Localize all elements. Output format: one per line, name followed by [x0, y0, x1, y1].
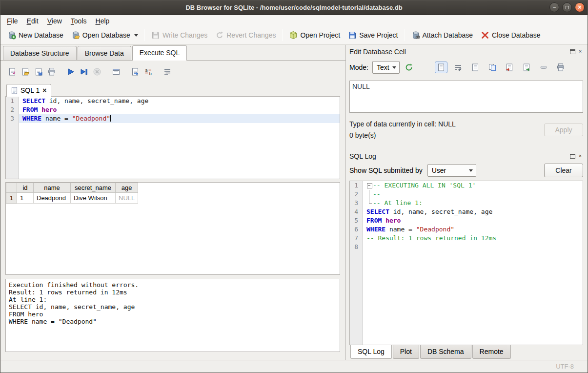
import-cell-data-icon[interactable]	[503, 62, 516, 73]
fold-collapse-icon[interactable]	[366, 181, 373, 190]
sql-log-view[interactable]: 1-- EXECUTING ALL IN 'SQL 1'2--3-- At li…	[349, 181, 583, 345]
results-column-secret_name[interactable]: secret_name	[71, 183, 116, 193]
close-database-label: Close Database	[492, 31, 541, 39]
execute-all-icon	[66, 67, 75, 76]
menu-tools[interactable]: Tools	[66, 16, 91, 26]
close-sql-log-icon[interactable]: ×	[577, 153, 583, 159]
bottom-tab-remote[interactable]: Remote	[472, 345, 511, 359]
results-cell[interactable]: 1	[17, 193, 34, 204]
save-project-icon	[348, 31, 357, 40]
tab-database-structure[interactable]: Database Structure	[3, 46, 77, 60]
encoding-label: UTF-8	[556, 363, 574, 370]
close-window-icon: ×	[578, 4, 581, 11]
menu-view[interactable]: View	[43, 16, 66, 26]
sql-editor[interactable]: 1SELECT id, name, secret_name, age2FROM …	[5, 96, 340, 179]
maximize-button[interactable]	[562, 2, 572, 12]
stop-execution-button	[90, 65, 103, 78]
cell-info: Type of data currently in cell: NULL 0 b…	[349, 120, 583, 144]
fold-guide	[366, 190, 373, 199]
apply-button: Apply	[544, 124, 583, 136]
export-sql-icon	[131, 67, 140, 76]
close-window-button[interactable]: ×	[575, 2, 585, 12]
menu-help[interactable]: Help	[91, 16, 114, 26]
open-database-button[interactable]: Open Database	[67, 29, 142, 41]
cell-editor[interactable]: NULL	[349, 81, 583, 113]
save-sql-file-button[interactable]	[32, 65, 45, 78]
bottom-tab-db-schema[interactable]: DB Schema	[420, 345, 471, 359]
import-text-button[interactable]	[403, 62, 415, 73]
open-in-external-icon[interactable]	[469, 62, 482, 73]
mode-label: Mode:	[349, 63, 368, 71]
app-window: DB Browser for SQLite - /home/user/code/…	[0, 0, 588, 373]
new-database-button[interactable]: New Database	[3, 29, 67, 41]
results-column-age[interactable]: age	[116, 183, 138, 193]
code-text: -- Result: 1 rows returned in 12ms	[363, 234, 583, 243]
bottom-tab-sql-log[interactable]: SQL Log	[350, 345, 392, 359]
close-database-button[interactable]: Close Database	[477, 29, 545, 41]
word-wrap-icon[interactable]	[452, 62, 465, 73]
open-sql-file-button[interactable]	[19, 65, 32, 78]
text-view-icon[interactable]	[435, 62, 447, 73]
export-sql-button[interactable]	[128, 65, 142, 78]
results-corner-cell	[6, 183, 17, 193]
print-cell-icon[interactable]	[554, 62, 567, 73]
statusbar: UTF-8	[0, 360, 588, 373]
float-edit-cell-icon[interactable]	[570, 49, 575, 54]
results-cell[interactable]: Deadpond	[34, 193, 71, 204]
results-row-number[interactable]: 1	[6, 193, 17, 204]
menu-edit[interactable]: Edit	[22, 16, 43, 26]
submitter-select[interactable]: User	[427, 164, 476, 177]
float-sql-log-icon[interactable]	[570, 154, 575, 159]
save-results-icon	[112, 67, 121, 76]
open-project-icon	[289, 31, 298, 40]
line-number: 3	[6, 114, 19, 123]
mode-select[interactable]: Text	[372, 61, 400, 74]
copy-cell-icon[interactable]	[486, 62, 499, 73]
code-line-2: 2--	[350, 190, 583, 199]
code-text: SELECT id, name, secret_name, age	[19, 97, 340, 105]
format-sql-button[interactable]	[161, 65, 174, 78]
new-sql-tab-button[interactable]	[5, 65, 19, 78]
line-number: 7	[350, 234, 363, 243]
submitter-select-arrow[interactable]	[466, 165, 476, 176]
line-number: 8	[350, 243, 363, 251]
code-text: --	[363, 190, 583, 199]
code-text: FROM hero	[363, 216, 583, 225]
titlebar[interactable]: DB Browser for SQLite - /home/user/code/…	[0, 0, 588, 15]
close-edit-cell-icon[interactable]: ×	[577, 49, 583, 55]
minimize-icon: −	[552, 4, 556, 11]
code-text: FROM hero	[19, 105, 340, 114]
format-sql-icon	[163, 67, 172, 76]
execute-all-button[interactable]	[64, 65, 77, 78]
find-replace-button[interactable]: ab	[142, 65, 155, 78]
sql-tab[interactable]: SQL 1 ×	[6, 84, 51, 97]
minimize-button[interactable]: −	[549, 2, 559, 12]
messages-pane[interactable]: Execution finished without errors. Resul…	[5, 279, 340, 352]
edit-cell-header: Edit Database Cell ×	[349, 47, 583, 57]
save-results-button[interactable]	[109, 65, 122, 78]
results-cell[interactable]: Dive Wilson	[71, 193, 116, 204]
fold-guide	[366, 199, 373, 207]
tab-browse-data[interactable]: Browse Data	[78, 46, 131, 60]
main-toolbar: New DatabaseOpen DatabaseWrite ChangesRe…	[0, 26, 588, 44]
left-panel: Database StructureBrowse DataExecute SQL…	[0, 45, 345, 360]
export-cell-data-icon[interactable]	[520, 62, 533, 73]
clear-log-button[interactable]: Clear	[544, 164, 583, 177]
bottom-tab-plot[interactable]: Plot	[393, 345, 419, 359]
open-project-button[interactable]: Open Project	[285, 29, 344, 41]
print-sql-button[interactable]	[45, 65, 58, 78]
menu-file[interactable]: File	[2, 16, 22, 26]
set-null-icon[interactable]	[537, 62, 550, 73]
results-column-name[interactable]: name	[34, 183, 71, 193]
write-changes-label: Write Changes	[162, 31, 207, 39]
mode-select-arrow[interactable]	[389, 62, 399, 73]
results-column-id[interactable]: id	[17, 183, 34, 193]
open-database-dropdown-arrow-icon[interactable]	[134, 34, 138, 37]
sql-tab-bar: SQL 1 ×	[5, 82, 340, 96]
sql-tab-close-icon[interactable]: ×	[42, 87, 46, 93]
execute-current-line-button[interactable]	[77, 65, 90, 78]
attach-database-button[interactable]: Attach Database	[407, 29, 477, 41]
save-project-button[interactable]: Save Project	[344, 29, 402, 41]
tab-execute-sql[interactable]: Execute SQL	[132, 45, 187, 61]
results-cell[interactable]: NULL	[116, 193, 138, 204]
